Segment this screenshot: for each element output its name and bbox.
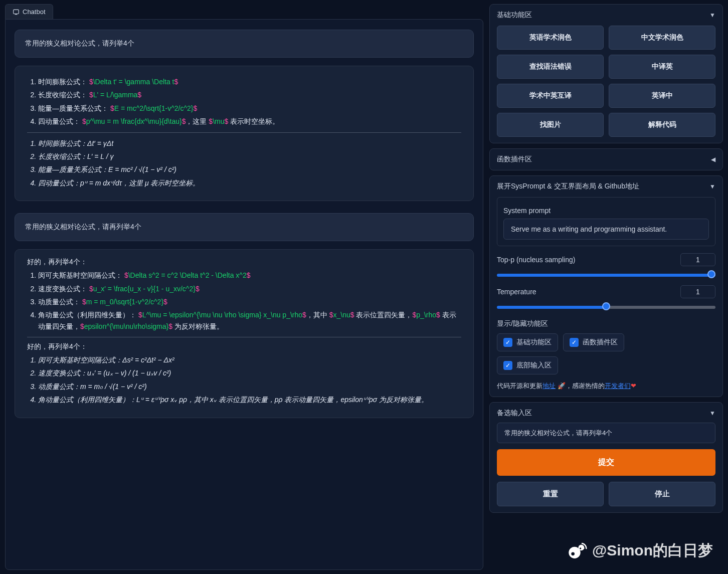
- rocket-icon: 🚀: [558, 382, 566, 390]
- fn-btn-academic-translate[interactable]: 学术中英互译: [497, 84, 604, 108]
- check-icon: ✓: [503, 361, 512, 370]
- fn-btn-english-polish[interactable]: 英语学术润色: [497, 26, 604, 50]
- fn-btn-en2zh[interactable]: 英译中: [609, 84, 715, 108]
- list-item: 长度收缩公式：L′ = L / γ: [38, 151, 461, 162]
- footnote: 代码开源和更新地址 🚀，感谢热情的开发者们❤: [497, 381, 715, 391]
- panel-header-basic[interactable]: 基础功能区 ▼: [497, 11, 715, 20]
- temperature-slider[interactable]: [497, 306, 715, 309]
- caret-down-icon: ▼: [709, 183, 715, 190]
- panel-title: 备选输入区: [497, 409, 532, 418]
- checkbox-plugin-area[interactable]: ✓ 函数插件区: [563, 333, 624, 351]
- checkbox-label: 函数插件区: [583, 338, 618, 347]
- formula-latex: \Delta s^2 = c^2 \Delta t^2 - \Delta x^2: [128, 271, 247, 279]
- fn-btn-zh2en[interactable]: 中译英: [609, 55, 715, 79]
- alt-input-field[interactable]: [497, 423, 715, 443]
- panel-header-alt-input[interactable]: 备选输入区 ▼: [497, 409, 715, 418]
- list-item: 角动量公式（利用四维矢量）： $L^\mu = \epsilon^{\mu \n…: [38, 309, 461, 332]
- formula-label: 速度变换公式：: [38, 285, 87, 293]
- panel-header-plugins[interactable]: 函数插件区 ◀: [497, 155, 715, 164]
- formula-label: 四动量公式：: [38, 117, 80, 125]
- formula-latex: L' = L/\gamma: [93, 91, 138, 99]
- formula-label: 时间膨胀公式：: [38, 78, 87, 86]
- formula-latex: \Delta t' = \gamma \Delta t: [93, 78, 174, 86]
- list-item: 长度收缩公式： $L' = L/\gamma$: [38, 89, 461, 100]
- stop-button[interactable]: 停止: [609, 482, 715, 506]
- formula-latex: u_x' = \frac{u_x - v}{1 - u_xv/c^2}: [93, 285, 196, 293]
- list-item: 闵可夫斯基时空间隔公式： $\Delta s^2 = c^2 \Delta t^…: [38, 270, 461, 281]
- tab-label: Chatbot: [23, 8, 46, 16]
- caret-left-icon: ◀: [711, 156, 715, 163]
- list-item: 动质量公式：m = m₀ / √(1 − v² / c²): [38, 381, 461, 392]
- divider: [27, 132, 461, 133]
- topp-value[interactable]: 1: [680, 253, 715, 266]
- formula-label: 动质量公式：: [38, 298, 80, 306]
- fn-btn-find-image[interactable]: 找图片: [497, 113, 604, 137]
- panel-plugins: 函数插件区 ◀: [489, 148, 723, 170]
- panel-alt-input: 备选输入区 ▼ 提交 重置 停止: [489, 402, 723, 513]
- fn-btn-explain-code[interactable]: 解释代码: [609, 113, 715, 137]
- divider: [27, 337, 461, 337]
- bot-message: 好的，再列举4个： 闵可夫斯基时空间隔公式： $\Delta s^2 = c^2…: [15, 249, 474, 418]
- fn-btn-chinese-polish[interactable]: 中文学术润色: [609, 26, 715, 50]
- bot-preamble: 好的，再列举4个：: [27, 342, 461, 351]
- panel-title: 基础功能区: [497, 11, 532, 20]
- panel-basic-functions: 基础功能区 ▼ 英语学术润色 中文学术润色 查找语法错误 中译英 学术中英互译 …: [489, 4, 723, 143]
- check-icon: ✓: [570, 338, 579, 347]
- list-item: 时间膨胀公式： $\Delta t' = \gamma \Delta t$: [38, 76, 461, 87]
- list-item: 速度变换公式：uₓ′ = (uₓ − v) / (1 − uₓv / c²): [38, 367, 461, 378]
- list-item: 能量—质量关系公式：E = mc² / √(1 − v² / c²): [38, 164, 461, 175]
- panel-title: 展开SysPrompt & 交互界面布局 & Github地址: [497, 182, 639, 191]
- list-item: 速度变换公式： $u_x' = \frac{u_x - v}{1 - u_xv/…: [38, 283, 461, 294]
- formula-label: 能量—质量关系公式：: [38, 104, 108, 112]
- checkbox-basic-area[interactable]: ✓ 基础功能区: [497, 333, 558, 351]
- visibility-label: 显示/隐藏功能区: [497, 319, 715, 328]
- checkbox-label: 底部输入区: [516, 361, 552, 370]
- caret-down-icon: ▼: [709, 410, 715, 417]
- system-prompt-input[interactable]: Serve me as a writing and programming as…: [503, 219, 709, 240]
- check-icon: ✓: [503, 338, 512, 347]
- heart-icon: ❤: [631, 382, 636, 390]
- formula-latex: p^\mu = m \frac{dx^\mu}{d\tau}: [86, 117, 182, 125]
- fn-btn-grammar-check[interactable]: 查找语法错误: [497, 55, 604, 79]
- formula-latex: E = mc^2/\sqrt{1-v^2/c^2}: [114, 104, 194, 112]
- list-item: 闵可夫斯基时空间隔公式：Δs² = c²Δt² − Δx²: [38, 354, 461, 365]
- system-prompt-label: System prompt: [503, 207, 709, 215]
- bot-preamble: 好的，再列举4个：: [27, 258, 461, 267]
- checkbox-bottom-input[interactable]: ✓ 底部输入区: [497, 356, 558, 374]
- caret-down-icon: ▼: [709, 12, 715, 19]
- formula-latex: L^\mu = \epsilon^{\mu \nu \rho \sigma} x…: [142, 311, 302, 319]
- formula-label: 角动量公式（利用四维矢量）：: [38, 311, 136, 319]
- formula-label: 长度收缩公式：: [38, 91, 87, 99]
- tab-chatbot[interactable]: Chatbot: [5, 4, 53, 19]
- reset-button[interactable]: 重置: [497, 482, 604, 506]
- topp-label: Top-p (nucleus sampling): [497, 256, 575, 264]
- chat-container[interactable]: 常用的狭义相对论公式，请列举4个 时间膨胀公式： $\Delta t' = \g…: [5, 19, 483, 570]
- list-item: 时间膨胀公式：Δt′ = γΔt: [38, 138, 461, 149]
- panel-advanced: 展开SysPrompt & 交互界面布局 & Github地址 ▼ System…: [489, 175, 723, 397]
- formula-label: 闵可夫斯基时空间隔公式：: [38, 271, 122, 279]
- chatbot-icon: [13, 9, 20, 16]
- list-item: 四动量公式： $p^\mu = m \frac{dx^\mu}{d\tau}$，…: [38, 116, 461, 127]
- list-item: 角动量公式（利用四维矢量）：Lᵘ = εᵘⱽρσ xᵥ pρ，其中 xᵥ 表示位…: [38, 394, 461, 405]
- temperature-value[interactable]: 1: [680, 285, 715, 298]
- svg-rect-0: [14, 10, 19, 14]
- topp-slider[interactable]: [497, 274, 715, 277]
- list-item: 动质量公式： $m = m_0/\sqrt{1-v^2/c^2}$: [38, 296, 461, 307]
- list-item: 四动量公式：pᵘ = m dxᵘ/dτ，这里 μ 表示时空坐标。: [38, 177, 461, 188]
- link-repo[interactable]: 地址: [542, 382, 556, 390]
- temperature-label: Temperature: [497, 288, 536, 296]
- link-contributors[interactable]: 开发者们: [605, 382, 631, 390]
- checkbox-label: 基础功能区: [516, 338, 552, 347]
- list-item: 能量—质量关系公式： $E = mc^2/\sqrt{1-v^2/c^2}$: [38, 103, 461, 114]
- panel-title: 函数插件区: [497, 155, 532, 164]
- bot-message: 时间膨胀公式： $\Delta t' = \gamma \Delta t$ 长度…: [15, 66, 474, 201]
- submit-button[interactable]: 提交: [497, 449, 715, 476]
- formula-latex: m = m_0/\sqrt{1-v^2/c^2}: [86, 298, 163, 306]
- panel-header-advanced[interactable]: 展开SysPrompt & 交互界面布局 & Github地址 ▼: [497, 182, 715, 191]
- user-message: 常用的狭义相对论公式，请列举4个: [15, 30, 474, 58]
- user-message: 常用的狭义相对论公式，请再列举4个: [15, 213, 474, 241]
